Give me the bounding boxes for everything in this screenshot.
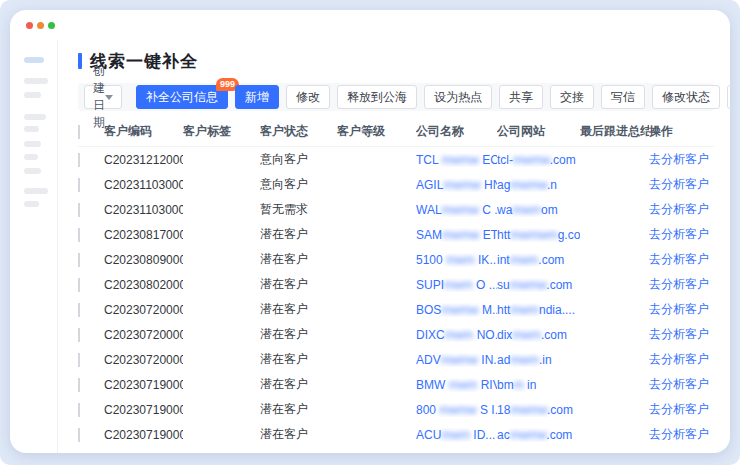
edit-button[interactable]: 修改 (286, 85, 330, 109)
column-header-status[interactable]: 客户状态 (260, 123, 337, 140)
toolbar: 创建日期 补全公司信息 999 新增 修改 释放到公海 设为热点 共享 (78, 83, 714, 111)
table-body: C202312120001 意向客户 TCL mwmw EC... tcl-mw… (78, 147, 714, 447)
row-checkbox[interactable] (78, 153, 80, 167)
row-checkbox[interactable] (78, 253, 80, 267)
sidebar-item-active[interactable] (24, 57, 44, 63)
date-filter-select[interactable]: 创建日期 (84, 85, 122, 109)
company-website-link[interactable]: bmm in (497, 378, 580, 392)
customer-code: C202312120001 (104, 153, 183, 167)
app-window: 线索一键补全 创建日期 补全公司信息 999 新增 修改 (10, 10, 730, 453)
redacted-text: mwmw (510, 278, 547, 292)
redacted-text: mwmw (510, 403, 547, 417)
column-header-tag[interactable]: 客户标签 (183, 123, 260, 140)
redacted-text: mwmw (510, 428, 547, 442)
sidebar-item[interactable] (24, 78, 48, 84)
row-checkbox[interactable] (78, 353, 80, 367)
column-header-action[interactable]: 操作 (649, 123, 714, 140)
customer-status: 潜在客户 (260, 276, 337, 293)
redacted-text: mwm (441, 428, 470, 442)
row-checkbox[interactable] (78, 228, 80, 242)
row-checkbox[interactable] (78, 403, 80, 417)
sidebar-item[interactable] (24, 126, 39, 132)
table-row: C202312120001 意向客户 TCL mwmw EC... tcl-mw… (78, 147, 714, 172)
zoom-window-icon[interactable] (48, 22, 55, 29)
change-status-button[interactable]: 修改状态 (652, 85, 720, 109)
analyze-customer-link[interactable]: 去分析客户 (649, 402, 709, 416)
set-hotspot-button[interactable]: 设为热点 (424, 85, 492, 109)
column-header-summary[interactable]: 最后跟进总结 (580, 123, 649, 140)
analyze-customer-link[interactable]: 去分析客户 (649, 277, 709, 291)
company-website-link[interactable]: httmwmndia.... (497, 303, 580, 317)
company-website-link[interactable]: sumwmw.com (497, 278, 580, 292)
company-name[interactable]: ADVmwmw IN... (416, 353, 497, 367)
row-checkbox[interactable] (78, 328, 80, 342)
redacted-text: mwm (445, 328, 474, 342)
analyze-customer-link[interactable]: 去分析客户 (649, 152, 709, 166)
analyze-customer-link[interactable]: 去分析客户 (649, 177, 709, 191)
company-website-link[interactable]: agmwmw.n (497, 178, 580, 192)
company-name[interactable]: BMW mwm RIV... (416, 378, 497, 392)
row-checkbox[interactable] (78, 378, 80, 392)
company-name[interactable]: AGILmwmw HN... (416, 178, 497, 192)
sidebar-item[interactable] (24, 201, 39, 207)
sidebar-item[interactable] (24, 141, 41, 147)
company-website-link[interactable]: tcl-mwmw.com (497, 153, 580, 167)
add-new-button[interactable]: 新增 (235, 85, 279, 109)
column-header-code[interactable]: 客户编码 (104, 123, 183, 140)
analyze-customer-link[interactable]: 去分析客户 (649, 227, 709, 241)
customer-status: 潜在客户 (260, 401, 337, 418)
row-checkbox[interactable] (78, 303, 80, 317)
row-checkbox[interactable] (78, 278, 80, 292)
table-row: C202308020001 潜在客户 SUPImwm O ... sumwmw.… (78, 272, 714, 297)
table-row: C202307190001 潜在客户 ACUmwm ID... acmwmw.c… (78, 422, 714, 447)
analyze-customer-link[interactable]: 去分析客户 (649, 302, 709, 316)
company-name[interactable]: WALmwmw C . (416, 203, 497, 217)
delete-button[interactable]: 删除 (727, 85, 730, 109)
sidebar-item[interactable] (24, 168, 41, 174)
table-row: C202308170001 潜在客户 SAMmwmw ET... httmwmw… (78, 222, 714, 247)
analyze-customer-link[interactable]: 去分析客户 (649, 327, 709, 341)
company-name[interactable]: DIXCmwm NO... (416, 328, 497, 342)
company-website-link[interactable]: acmwmw.com (497, 428, 580, 442)
sidebar-item[interactable] (24, 188, 48, 194)
sidebar-item[interactable] (24, 154, 38, 160)
release-to-pool-button[interactable]: 释放到公海 (337, 85, 417, 109)
column-header-company[interactable]: 公司名称 (416, 123, 497, 140)
handover-button[interactable]: 交接 (550, 85, 594, 109)
row-checkbox[interactable] (78, 428, 80, 442)
company-name[interactable]: TCL mwmw EC... (416, 153, 497, 167)
write-email-button[interactable]: 写信 (601, 85, 645, 109)
select-all-checkbox[interactable] (78, 125, 80, 139)
customer-code: C202307200003 (104, 303, 183, 317)
share-button[interactable]: 共享 (499, 85, 543, 109)
row-checkbox[interactable] (78, 203, 80, 217)
column-header-level[interactable]: 客户等级 (337, 123, 416, 140)
company-name[interactable]: SUPImwm O ... (416, 278, 497, 292)
company-name[interactable]: SAMmwmw ET... (416, 228, 497, 242)
sidebar-item[interactable] (24, 114, 46, 120)
minimize-window-icon[interactable] (37, 22, 44, 29)
company-website-link[interactable]: wamwmom (497, 203, 580, 217)
row-checkbox[interactable] (78, 178, 80, 192)
customer-status: 潜在客户 (260, 351, 337, 368)
company-name[interactable]: 800 mwmw S I... (416, 403, 497, 417)
analyze-customer-link[interactable]: 去分析客户 (649, 252, 709, 266)
traffic-lights (26, 22, 55, 29)
company-website-link[interactable]: 18mwmw.com (497, 403, 580, 417)
analyze-customer-link[interactable]: 去分析客户 (649, 352, 709, 366)
analyze-customer-link[interactable]: 去分析客户 (649, 427, 709, 441)
column-header-website[interactable]: 公司网站 (497, 123, 580, 140)
company-website-link[interactable]: admwm.in (497, 353, 580, 367)
redacted-text: mwmw (442, 228, 479, 242)
company-website-link[interactable]: dixmwm.com (497, 328, 580, 342)
company-website-link[interactable]: intmwm.com (497, 253, 580, 267)
complete-company-info-button[interactable]: 补全公司信息 999 (136, 85, 228, 109)
analyze-customer-link[interactable]: 去分析客户 (649, 377, 709, 391)
company-name[interactable]: BOSmwmw M... (416, 303, 497, 317)
company-name[interactable]: 5100 mwm IK... (416, 253, 497, 267)
company-name[interactable]: ACUmwm ID... (416, 428, 497, 442)
analyze-customer-link[interactable]: 去分析客户 (649, 202, 709, 216)
close-window-icon[interactable] (26, 22, 33, 29)
sidebar-item[interactable] (24, 92, 41, 98)
company-website-link[interactable]: httmwmwmg.com (497, 228, 580, 242)
